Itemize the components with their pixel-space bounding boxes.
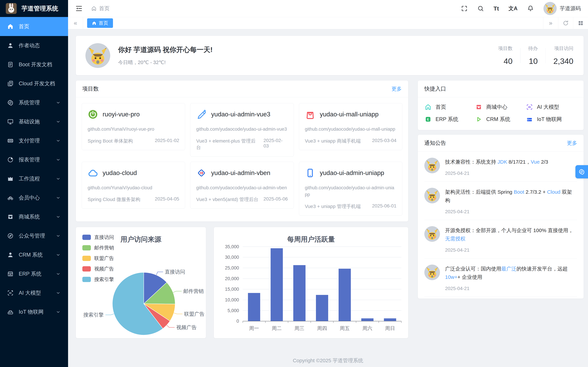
tabs-menu-icon[interactable] [573,17,588,29]
projects-head: 项目数 更多 [76,81,408,97]
avatar [544,2,557,15]
legend-label: 邮件营销 [94,244,114,251]
sidebar-item-label: Boot 开发文档 [19,61,61,68]
project-card-yudao-ui-admin-vben[interactable]: yudao-ui-admin-vben github.com/yudaocode… [190,162,294,209]
project-card-yudao-ui-mall-uniapp[interactable]: yudao-ui-mall-uniapp github.com/yudaocod… [299,103,402,150]
svg-text:搜索引擎: 搜索引擎 [83,312,104,317]
sidebar-item-7[interactable]: 报表管理 [0,150,68,169]
project-card-ruoyi-vue-pro[interactable]: ruoyi-vue-pro github.com/YunaiV/ruoyi-vu… [82,103,185,150]
sidebar-item-label: IoT 物联网 [19,308,55,316]
projects-more-link[interactable]: 更多 [391,85,402,92]
sidebar-item-15[interactable]: IoT 物联网 [0,302,68,321]
quick-link-label: ERP 系统 [436,116,458,123]
svg-text:周日: 周日 [385,325,395,331]
bell-icon[interactable] [527,5,534,12]
project-meta: Vue3 + element-plus 管理后台 2025-02-03 [196,138,288,151]
legend-swatch [82,266,91,272]
project-card-yudao-cloud[interactable]: yudao-cloud github.com/YunaiV/yudao-clou… [82,162,185,209]
welcome-stats: 项目数 40 待办 10 项目访问 2,340 [490,45,574,66]
sidebar-item-1[interactable]: 作者动态 [0,36,68,55]
sidebar-item-9[interactable]: 会员中心 [0,188,68,207]
sidebar-item-11[interactable]: 公众号管理 [0,226,68,245]
chevron-down-icon [55,195,61,200]
sidebar-item-4[interactable]: 系统管理 [0,93,68,112]
notice-item-2[interactable]: 开源免授权：全部开源，个人与企业可 100% 直接使用，无需授权 2025-04… [424,220,577,259]
sidebar-item-10[interactable]: 商城系统 [0,207,68,226]
tabs: 首页 [83,17,543,29]
project-card-yudao-ui-admin-vue3[interactable]: yudao-ui-admin-vue3 github.com/yudaocode… [190,103,294,157]
project-name: yudao-ui-admin-vben [211,169,270,176]
app-logo-row[interactable]: 芋道管理系统 [0,0,68,17]
svg-text:20,000: 20,000 [225,276,239,281]
tab-home[interactable]: 首页 [87,18,113,28]
project-date: 2025-04-05 [155,196,179,203]
quick-link-IoT 物联网[interactable]: IoT 物联网 [526,116,577,123]
chevron-down-icon [55,290,61,296]
sidebar-item-0[interactable]: 首页 [0,17,68,36]
sidebar-item-label: Cloud 开发文档 [19,80,61,87]
svg-text:周一: 周一 [249,325,259,331]
chevron-down-icon [55,271,61,277]
notices-more-link[interactable]: 更多 [567,140,577,147]
svg-text:5,000: 5,000 [227,308,239,313]
bar-chart-card: 每周用户活跃量 05,00010,00015,00020,00025,00030… [214,227,408,338]
language-icon[interactable]: 文A [509,5,518,12]
username: 芋道源码 [560,5,581,12]
project-url: github.com/YunaiV/yudao-cloud [88,184,179,191]
sidebar-item-label: ERP 系统 [19,270,55,277]
sidebar-collapse-icon[interactable] [75,5,83,12]
notice-date: 2025-04-21 [445,247,577,253]
sidebar-item-12[interactable]: CRM 系统 [0,245,68,264]
sidebar-item-label: AI 大模型 [19,289,55,297]
sidebar-item-8[interactable]: 工作流程 [0,169,68,188]
notice-text: 广泛企业认可：国内使用最广泛的快速开发平台，远超 10w++ 企业使用 [445,265,577,281]
refresh-icon[interactable] [558,17,573,29]
legend-item-邮件营销[interactable]: 邮件营销 [82,244,114,251]
project-date: 2025-02-03 [264,138,288,151]
legend-item-搜索引擎[interactable]: 搜索引擎 [82,276,114,283]
legend-item-视频广告[interactable]: 视频广告 [82,266,114,272]
font-size-icon[interactable]: Tt [493,5,499,12]
notice-item-1[interactable]: 架构灵活性：后端提供 Spring Boot 2.7/3.2 + Cloud 双… [424,182,577,220]
project-top: yudao-ui-admin-vben [196,168,288,178]
fullscreen-icon[interactable] [461,5,468,12]
sidebar-item-2[interactable]: Boot 开发文档 [0,55,68,74]
quick-link-AI 大模型[interactable]: AI AI 大模型 [526,103,577,111]
notice-item-0[interactable]: 技术兼容性：系统支持 JDK 8/17/21，Vue 2/3 2025-04-2… [424,151,577,182]
tab-bar: « 首页 » [68,17,588,29]
search-icon[interactable] [477,5,484,12]
notice-body: 技术兼容性：系统支持 JDK 8/17/21，Vue 2/3 2025-04-2… [445,158,548,176]
svg-text:10,000: 10,000 [225,297,239,302]
shop-icon [7,214,14,220]
quick-link-ERP 系统[interactable]: E ERP 系统 [425,116,475,123]
quick-link-商城中心[interactable]: 商城中心 [475,103,526,111]
tabs-scroll-right-icon[interactable]: » [543,17,558,29]
compass-icon [7,233,14,239]
notice-item-3[interactable]: 广泛企业认可：国内使用最广泛的快速开发平台，远超 10w++ 企业使用 2025… [424,259,577,297]
iot-icon [7,309,14,315]
sidebar-item-14[interactable]: AI AI 大模型 [0,284,68,302]
svg-text:周四: 周四 [317,325,327,331]
legend-item-联盟广告[interactable]: 联盟广告 [82,255,114,262]
charts-row: 用户访问来源 直接访问 邮件营销 联盟广告 视频广告 搜索引擎 直接访问邮件营销 [76,227,408,338]
sidebar-item-label: 基础设施 [19,118,55,125]
sidebar-item-3[interactable]: Cloud 开发文档 [0,74,68,93]
legend-item-直接访问[interactable]: 直接访问 [82,234,114,241]
project-card-yudao-ui-admin-uniapp[interactable]: yudao-ui-admin-uniapp github.com/yudaoco… [299,162,402,216]
sidebar-item-5[interactable]: 基础设施 [0,112,68,131]
chevron-down-icon [55,138,61,143]
tabs-scroll-left-icon[interactable]: « [68,17,83,29]
svg-text:联盟广告: 联盟广告 [184,311,205,317]
sidebar-item-13[interactable]: ERP 系统 [0,264,68,284]
quick-link-CRM 系统[interactable]: CRM 系统 [475,116,526,123]
quick-link-label: 首页 [436,103,446,111]
user-menu[interactable]: 芋道源码 [544,2,581,15]
columns: 项目数 更多 ruoyi-vue-pro github.com/YunaiV/r… [76,80,584,338]
sidebar-item-label: 工作流程 [19,175,55,182]
sidebar-item-6[interactable]: 支付管理 [0,131,68,150]
stat-projects: 项目数 40 [490,45,520,66]
settings-button[interactable] [575,165,588,178]
quick-link-首页[interactable]: 首页 [425,103,475,111]
project-top: yudao-cloud [88,168,179,178]
spring-icon [88,109,98,120]
